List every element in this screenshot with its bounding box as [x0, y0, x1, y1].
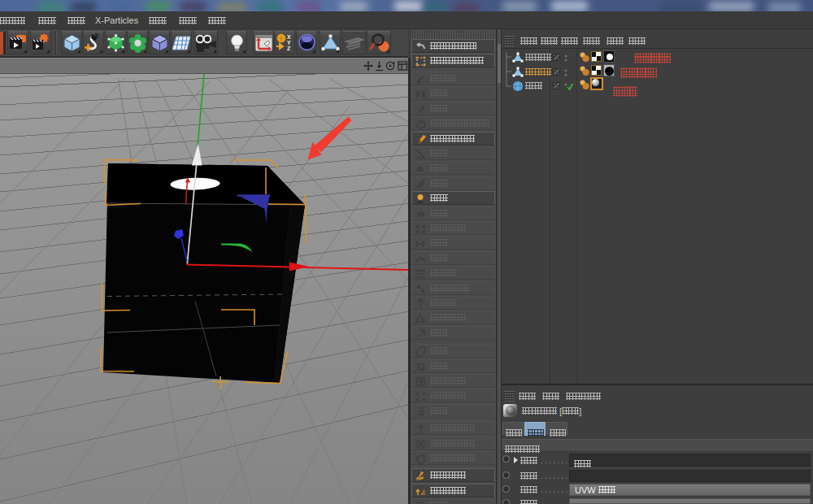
svg-text:Y: Y: [287, 40, 291, 46]
svg-text:Z: Z: [287, 46, 291, 51]
svg-text:X: X: [287, 34, 291, 40]
